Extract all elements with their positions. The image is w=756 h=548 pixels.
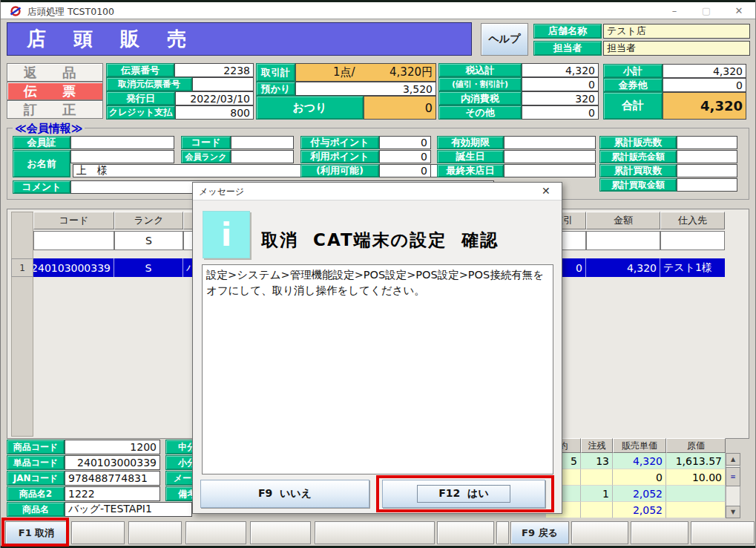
single-item-code-field[interactable]: 240103000339 [65, 455, 160, 470]
deposit-label: 預かり [256, 82, 295, 96]
deal-count: 1点/ [299, 65, 355, 79]
stock-col-cost: 原価 [666, 438, 726, 453]
mode-return-button[interactable]: 返 品 [7, 63, 103, 82]
stock-cell: 4,320 [613, 453, 666, 469]
item-row-supplier[interactable]: テスト1様 [660, 258, 725, 277]
function-key-empty[interactable] [315, 521, 435, 544]
item-row-code[interactable]: 240103000339 [33, 258, 114, 277]
store-name-field[interactable]: テスト店 [603, 24, 750, 39]
function-key-empty[interactable] [496, 521, 509, 544]
stock-cell [581, 469, 613, 486]
function-key-empty[interactable] [128, 521, 182, 544]
stock-cell: 2,052 [613, 486, 666, 502]
issue-date-field[interactable]: 2022/03/10 [175, 91, 254, 105]
row-number-gutter [11, 212, 33, 437]
minimize-button[interactable]: – [660, 2, 689, 19]
function-key-empty[interactable] [571, 521, 628, 544]
stock-cell: 0 [613, 469, 666, 486]
item-filter-rank[interactable]: S [114, 231, 183, 250]
birthday-field [504, 150, 596, 163]
voucher-label: 金券他 [603, 78, 663, 92]
slip-number-field[interactable]: 2238 [174, 63, 254, 77]
stock-cell: 2,052 [613, 502, 666, 518]
tax-included-field: 4,320 [522, 63, 599, 77]
item-col-code[interactable]: コード [33, 212, 114, 229]
info-icon: i [203, 211, 250, 258]
item-row-amount[interactable]: 4,320 [586, 258, 660, 277]
cancel-origin-slip-field[interactable] [192, 77, 254, 91]
cumulative-buy-count-field [677, 164, 737, 177]
jan-code-field[interactable]: 978488774831 [65, 471, 160, 486]
stock-cell: 1,613.57 [666, 453, 726, 469]
dialog-title: メッセージ [199, 186, 244, 198]
grand-total-field: 4,320 [663, 92, 746, 120]
stock-cell [666, 502, 726, 518]
member-rank-field[interactable] [231, 150, 294, 163]
scroll-down-icon[interactable]: ▼ [726, 506, 740, 518]
deposit-field[interactable]: 3,520 [295, 82, 436, 96]
item-col-rank[interactable]: ランク [114, 212, 183, 229]
member-rank-label: 会員ランク [181, 150, 231, 163]
mode-correct-button[interactable]: 訂 正 [7, 100, 103, 119]
f9-back-button[interactable]: F9 戻る [510, 521, 569, 544]
function-key-empty[interactable] [437, 521, 494, 544]
item-filter-amount[interactable] [586, 231, 660, 250]
use-points-field: 0 [379, 150, 431, 163]
tax-included-label: 税込計 [438, 63, 522, 77]
product-code-field[interactable]: 1200 [65, 440, 160, 454]
other-label: その他 [438, 105, 522, 120]
available-points-field: 0 [379, 164, 431, 177]
function-key-empty[interactable] [71, 521, 125, 544]
inner-tax-field: 320 [522, 91, 599, 105]
slip-number-label: 伝票番号 [106, 63, 174, 77]
member-code-field[interactable] [231, 136, 294, 149]
item-col-amount[interactable]: 金額 [586, 212, 660, 229]
help-button[interactable]: ヘルプ [481, 23, 528, 56]
function-key-empty[interactable] [250, 521, 311, 544]
scrollbar-thumb[interactable]: ≡ [726, 467, 740, 486]
dialog-body-text: 設定>システム>管理機能設定>POS設定>POS設定>POS接続有無をオフにして… [202, 264, 553, 474]
grand-total-label: 合計 [603, 92, 663, 120]
close-button[interactable]: ✕ [723, 2, 755, 19]
message-dialog: メッセージ ✕ i 取消 CAT端末の設定 確認 設定>システム>管理機能設定>… [192, 182, 562, 514]
jan-code-label: JANコード [7, 471, 65, 486]
use-points-label: 利用ポイント [300, 150, 379, 163]
deal-amount: 4,320円 [355, 65, 433, 79]
last-visit-label: 最終来店日 [437, 164, 504, 177]
item-col-supplier[interactable]: 仕入先 [660, 212, 725, 229]
function-key-empty[interactable] [691, 521, 755, 544]
title-bar: 店頭処理 TCST0100 – ▢ ✕ [1, 2, 756, 19]
product-name-field[interactable]: バッグ-TESTAPI1 [65, 502, 192, 517]
member-card-label: 会員証 [13, 136, 70, 149]
cumulative-buy-amount-field [677, 178, 737, 192]
item-row-rank[interactable]: S [114, 258, 183, 277]
staff-field[interactable]: 担当者 [603, 41, 750, 56]
annotation-box-yes-button [376, 475, 554, 512]
member-card-field[interactable] [70, 136, 174, 149]
grant-points-field: 0 [379, 136, 431, 149]
maximize-button[interactable]: ▢ [691, 2, 721, 19]
member-name-label: お名前 [13, 150, 70, 177]
item-filter-code[interactable] [33, 231, 114, 250]
dialog-close-icon[interactable]: ✕ [542, 185, 550, 197]
page-title: 店 頭 販 売 [7, 22, 472, 56]
item-filter-supplier[interactable] [660, 231, 725, 250]
mode-slip-button[interactable]: 伝 票 [7, 82, 103, 100]
no-button[interactable]: F9 いいえ [200, 480, 369, 508]
product-name2-field[interactable]: 1222 [65, 486, 160, 501]
stock-cell [666, 486, 726, 502]
subtotal-field: 4,320 [663, 64, 746, 78]
member-name-field[interactable] [70, 150, 174, 163]
subtotal-label: 小計 [603, 64, 663, 78]
function-key-empty[interactable] [185, 521, 246, 544]
window-title: 店頭処理 TCST0100 [27, 6, 114, 19]
stock-cell: 10.00 [666, 469, 726, 486]
expiry-field [504, 136, 596, 149]
scroll-up-icon[interactable]: ▲ [726, 453, 740, 466]
function-key-empty[interactable] [631, 521, 688, 544]
credit-payment-field[interactable]: 800 [175, 105, 254, 120]
cumulative-buy-count-label: 累計買取数 [599, 164, 677, 177]
dialog-title-bar: メッセージ ✕ [193, 183, 562, 200]
credit-payment-label: クレジット支払 [106, 105, 175, 120]
stock-col-sale-price: 販売単価 [613, 438, 666, 453]
